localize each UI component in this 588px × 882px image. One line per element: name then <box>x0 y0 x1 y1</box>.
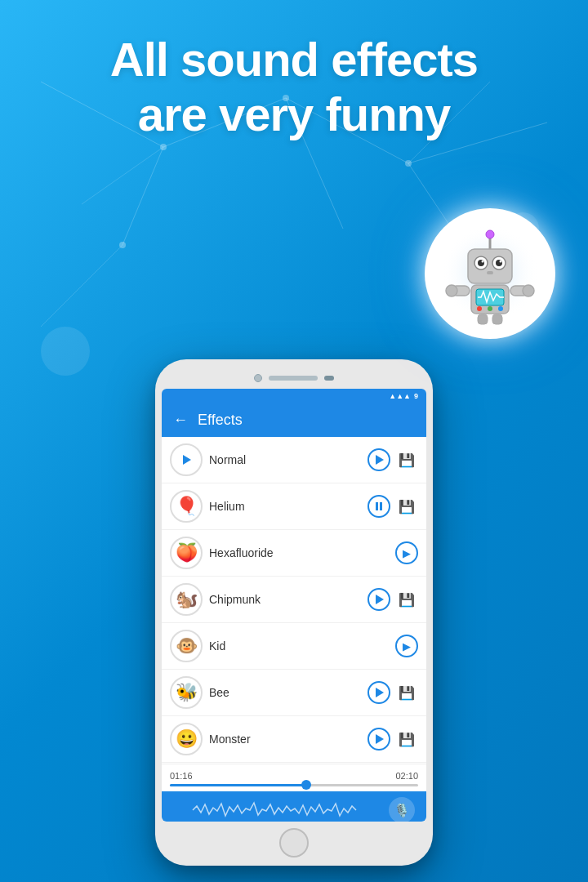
back-button[interactable]: ← <box>173 412 188 429</box>
phone-sensor <box>324 376 334 381</box>
effect-item-bee[interactable]: 🐝 Bee 💾 <box>162 670 426 716</box>
effect-icon-helium: 🎈 <box>170 490 203 523</box>
svg-point-31 <box>498 306 503 311</box>
svg-point-30 <box>488 306 492 311</box>
play-icon <box>376 688 384 697</box>
effect-name-helium: Helium <box>209 500 361 513</box>
phone-screen: ▲▲▲ 9 ← Effects Normal <box>162 389 426 822</box>
svg-rect-26 <box>487 271 493 274</box>
phone-bottom <box>162 822 426 861</box>
svg-point-10 <box>160 144 167 150</box>
effect-item-chipmunk[interactable]: 🐿️ Chipmunk 💾 <box>162 577 426 623</box>
effect-actions-chipmunk: 💾 <box>368 588 418 611</box>
time-row: 01:16 02:10 <box>170 771 418 781</box>
effects-list: Normal 💾 🎈 Helium <box>162 437 426 764</box>
effect-name-normal: Normal <box>209 453 361 466</box>
screen-icon-kid: ▶ <box>403 640 411 653</box>
screen-icon: ▶ <box>403 547 411 559</box>
svg-line-9 <box>41 245 122 327</box>
play-button-monster[interactable] <box>368 728 390 751</box>
save-button-chipmunk[interactable]: 💾 <box>395 588 418 611</box>
robot-image <box>437 220 543 327</box>
phone-body: ▲▲▲ 9 ← Effects Normal <box>155 359 433 866</box>
phone-speaker <box>269 376 318 381</box>
progress-track[interactable] <box>170 784 418 786</box>
phone-device: ▲▲▲ 9 ← Effects Normal <box>155 359 433 866</box>
effect-icon-hexafluoride: 🍑 <box>170 537 203 569</box>
effect-icon-bee: 🐝 <box>170 676 203 709</box>
current-time: 01:16 <box>170 771 193 781</box>
hero-title: All sound effects are very funny <box>24 33 564 141</box>
play-icon <box>376 455 384 465</box>
battery-text: 9 <box>414 392 418 400</box>
svg-point-24 <box>482 261 484 263</box>
effect-icon-monster: 😀 <box>170 723 203 755</box>
svg-rect-37 <box>492 314 502 324</box>
mic-button[interactable]: 🎙️ <box>389 797 415 822</box>
play-icon <box>376 595 384 604</box>
progress-area: 01:16 02:10 <box>162 764 426 791</box>
effect-actions-hexafluoride: ▶ <box>395 541 418 564</box>
progress-thumb[interactable] <box>301 780 311 790</box>
screen-button-hexafluoride[interactable]: ▶ <box>395 541 418 564</box>
svg-point-14 <box>41 327 90 376</box>
phone-top-bar <box>162 371 426 389</box>
svg-point-25 <box>500 261 502 263</box>
svg-point-18 <box>486 230 494 238</box>
svg-point-13 <box>119 242 126 248</box>
effect-actions-normal: 💾 <box>368 448 418 471</box>
save-button-normal[interactable]: 💾 <box>395 448 418 471</box>
save-button-monster[interactable]: 💾 <box>395 728 418 751</box>
effect-item-normal[interactable]: Normal 💾 <box>162 437 426 483</box>
effect-item-kid[interactable]: 🐵 Kid ▶ <box>162 623 426 670</box>
effect-name-kid: Kid <box>209 639 389 653</box>
effect-name-chipmunk: Chipmunk <box>209 593 361 606</box>
effect-name-hexafluoride: Hexafluoride <box>209 546 389 559</box>
effect-icon-normal <box>170 443 203 476</box>
svg-point-34 <box>446 285 457 296</box>
waveform-svg <box>173 798 376 822</box>
svg-rect-36 <box>478 314 488 324</box>
save-button-helium[interactable]: 💾 <box>395 495 418 518</box>
play-triangle-icon <box>183 455 191 465</box>
effect-actions-bee: 💾 <box>368 681 418 704</box>
screen-title: Effects <box>198 412 243 429</box>
effect-icon-chipmunk: 🐿️ <box>170 583 203 616</box>
pause-icon <box>376 502 382 510</box>
effect-icon-kid: 🐵 <box>170 630 203 662</box>
phone-camera <box>254 374 262 382</box>
play-button-normal[interactable] <box>368 448 390 471</box>
svg-point-29 <box>477 306 482 311</box>
save-button-bee[interactable]: 💾 <box>395 681 418 704</box>
progress-fill <box>170 784 306 786</box>
effect-name-monster: Monster <box>209 733 361 746</box>
hero-section: All sound effects are very funny <box>0 16 588 141</box>
svg-point-12 <box>405 160 412 167</box>
status-bar: ▲▲▲ 9 <box>162 389 426 403</box>
bottom-bar: 🎙️ <box>162 791 426 822</box>
effect-actions-monster: 💾 <box>368 728 418 751</box>
effect-item-hexafluoride[interactable]: 🍑 Hexafluoride ▶ <box>162 530 426 577</box>
effect-item-helium[interactable]: 🎈 Helium 💾 <box>162 483 426 530</box>
play-icon <box>376 734 384 744</box>
effect-actions-helium: 💾 <box>368 495 418 518</box>
svg-rect-19 <box>468 249 512 283</box>
screen-button-kid[interactable]: ▶ <box>395 635 418 657</box>
total-time: 02:10 <box>395 771 418 781</box>
app-bar: ← Effects <box>162 403 426 437</box>
play-button-chipmunk[interactable] <box>368 588 390 611</box>
robot-mascot <box>425 208 555 339</box>
pause-button-helium[interactable] <box>368 495 390 518</box>
home-button[interactable] <box>279 828 309 858</box>
effect-item-monster[interactable]: 😀 Monster 💾 <box>162 716 426 763</box>
signal-icon: ▲▲▲ <box>389 392 411 400</box>
play-button-bee[interactable] <box>368 681 390 704</box>
effect-actions-kid: ▶ <box>395 635 418 657</box>
effect-name-bee: Bee <box>209 686 361 699</box>
waveform-area <box>173 798 376 822</box>
svg-point-35 <box>523 285 534 296</box>
